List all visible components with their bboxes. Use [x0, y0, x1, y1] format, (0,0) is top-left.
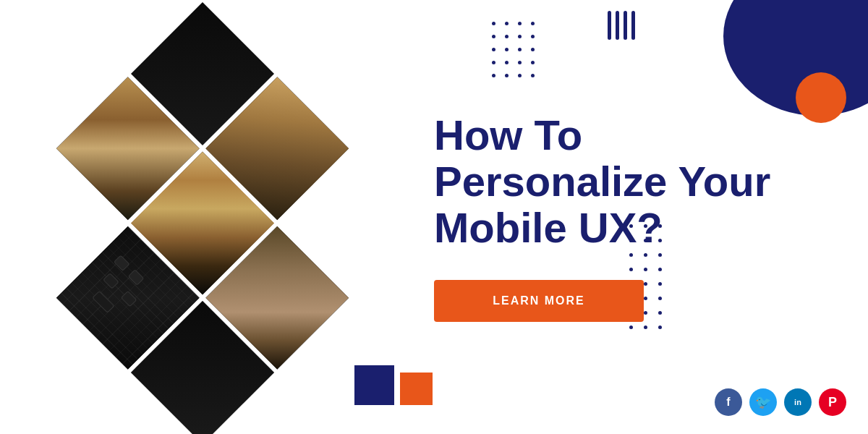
vert-bar	[631, 11, 635, 40]
dot	[505, 22, 509, 25]
image-collage-section	[0, 0, 405, 434]
vert-bar	[608, 11, 611, 40]
dot	[644, 268, 647, 271]
dot	[518, 74, 522, 77]
dot	[518, 22, 522, 25]
dot	[492, 48, 495, 51]
dot	[644, 282, 647, 286]
dot	[492, 22, 495, 25]
title-line-2: Personalize Your	[434, 158, 770, 205]
dot	[531, 74, 535, 77]
social-icons-bar: f 🐦 in P	[715, 388, 846, 416]
twitter-icon[interactable]: 🐦	[749, 388, 777, 416]
linkedin-icon[interactable]: in	[784, 388, 812, 416]
dot	[658, 268, 662, 271]
page-container: How To Personalize Your Mobile UX? LEARN…	[0, 0, 868, 434]
bottom-decorative-blocks	[354, 365, 433, 405]
vert-bar	[624, 11, 627, 40]
dot	[658, 253, 662, 257]
dot	[505, 74, 509, 77]
dot	[531, 35, 535, 38]
dot	[492, 35, 495, 38]
pinterest-icon[interactable]: P	[819, 388, 846, 416]
dot	[644, 311, 647, 315]
dot	[644, 326, 647, 329]
dot-pattern-top	[492, 22, 538, 81]
learn-more-button[interactable]: LEARN MORE	[434, 280, 644, 322]
orange-block	[400, 373, 433, 405]
dot	[658, 297, 662, 300]
dot	[644, 253, 647, 257]
vertical-bars-decoration	[608, 11, 635, 40]
dot	[629, 326, 633, 329]
dot	[658, 326, 662, 329]
dot	[629, 253, 633, 257]
dot	[492, 61, 495, 64]
dot	[531, 61, 535, 64]
dot	[505, 61, 509, 64]
dot	[518, 61, 522, 64]
dot	[518, 35, 522, 38]
dot	[644, 297, 647, 300]
dot	[658, 311, 662, 315]
dot	[629, 268, 633, 271]
facebook-icon[interactable]: f	[715, 388, 742, 416]
dot	[505, 35, 509, 38]
title-line-3: Mobile UX?	[434, 204, 663, 251]
vert-bar	[616, 11, 619, 40]
dot	[492, 74, 495, 77]
dot	[531, 22, 535, 25]
dot	[658, 282, 662, 286]
title-line-1: How To	[434, 111, 582, 158]
dot	[531, 48, 535, 51]
dot	[518, 48, 522, 51]
dot	[505, 48, 509, 51]
navy-block	[354, 365, 394, 405]
article-title: How To Personalize Your Mobile UX?	[434, 112, 825, 250]
